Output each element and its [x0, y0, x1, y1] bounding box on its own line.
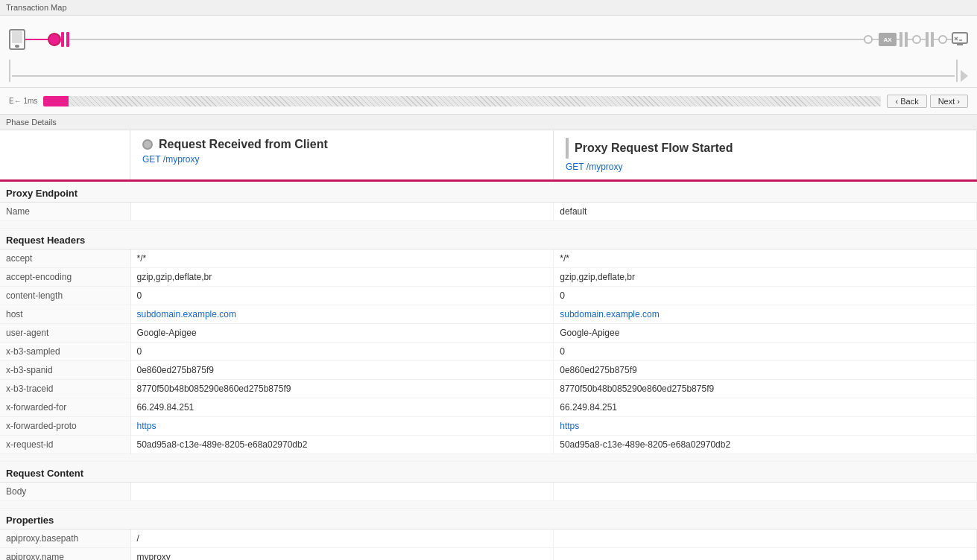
row-val1-name	[130, 203, 554, 221]
phase-col-1-label: Request Received from Client	[159, 138, 328, 151]
row-val1-accept: */*	[130, 249, 554, 268]
row-val1-x-b3-spanid: 0e860ed275b875f9	[130, 361, 554, 380]
top-flow: AX	[9, 23, 968, 56]
flow-diagram: AX	[0, 16, 977, 88]
row-val1-content-length: 0	[130, 287, 554, 305]
server-icon	[952, 31, 968, 48]
row-val2-accept: */*	[554, 249, 977, 268]
row-val2-accept-encoding: gzip,gzip,deflate,br	[554, 268, 977, 287]
timeline-bar[interactable]	[43, 96, 881, 106]
phase-col-1-path: /myproxy	[163, 154, 200, 165]
table-row: user-agent Google-Apigee Google-Apigee	[0, 324, 977, 343]
row-val1-accept-encoding: gzip,gzip,deflate,br	[130, 268, 554, 287]
section-proxy-endpoint: Proxy Endpoint	[0, 182, 977, 203]
table-row: host subdomain.example.com subdomain.exa…	[0, 305, 977, 324]
row-val2-x-forwarded-for: 66.249.84.251	[554, 398, 977, 417]
row-val2-x-b3-traceid: 8770f50b48b085290e860ed275b875f9	[554, 380, 977, 398]
row-val1-apiname: myproxy	[130, 548, 554, 561]
flow-line-1	[25, 39, 48, 40]
content-area[interactable]: Proxy Endpoint Name default Request Head…	[0, 182, 977, 560]
row-val2-user-agent: Google-Apigee	[554, 324, 977, 343]
flow-double-bar-pink	[61, 32, 69, 47]
row-val2-basepath	[554, 529, 977, 548]
section-properties-label: Properties	[0, 509, 977, 529]
table-row: x-forwarded-for 66.249.84.251 66.249.84.…	[0, 398, 977, 417]
phase-col-2-method[interactable]: GET /myproxy	[566, 162, 622, 172]
flow-line-2	[69, 39, 864, 40]
phase-col-1-method-text: GET	[142, 154, 160, 165]
phase-columns: Request Received from Client GET /myprox…	[0, 130, 977, 182]
row-val1-x-forwarded-for: 66.249.84.251	[130, 398, 554, 417]
row-label-name: Name	[0, 203, 130, 221]
section-request-headers-label: Request Headers	[0, 229, 977, 249]
app-container: Transaction Map AX	[0, 0, 977, 560]
nav-buttons: ‹ Back Next ›	[887, 95, 968, 108]
section-spacer-1	[0, 221, 977, 229]
transaction-map-header: Transaction Map	[0, 0, 977, 16]
phase-col-1-method[interactable]: GET /myproxy	[142, 154, 199, 165]
table-row: x-b3-spanid 0e860ed275b875f9 0e860ed275b…	[0, 361, 977, 380]
row-label-basepath: apiproxy.basepath	[0, 529, 130, 548]
timeline-pattern	[69, 96, 881, 106]
table-row: x-b3-traceid 8770f50b48b085290e860ed275b…	[0, 380, 977, 398]
row-label-x-b3-traceid: x-b3-traceid	[0, 380, 130, 398]
phase-col-1-title: Request Received from Client	[142, 138, 541, 151]
flow-node-small-3[interactable]	[938, 35, 947, 44]
row-val1-body	[130, 483, 554, 501]
row-val1-host: subdomain.example.com	[130, 305, 554, 324]
table-row: x-request-id 50ad95a8-c13e-489e-8205-e68…	[0, 436, 977, 454]
phase-details-header: Phase Details	[0, 115, 977, 130]
table-row: x-forwarded-proto https https	[0, 417, 977, 436]
section-request-content: Request Content	[0, 462, 977, 483]
flow-node-small-1[interactable]	[864, 35, 873, 44]
section-request-content-label: Request Content	[0, 462, 977, 483]
flow-double-bar-3	[926, 32, 934, 47]
row-val1-x-request-id: 50ad95a8-c13e-489e-8205-e68a02970db2	[130, 436, 554, 454]
phone-icon	[9, 29, 25, 50]
back-button[interactable]: ‹ Back	[887, 95, 926, 108]
section-request-headers: Request Headers	[0, 229, 977, 249]
row-label-x-b3-spanid: x-b3-spanid	[0, 361, 130, 380]
phase-col-2-path: /myproxy	[586, 162, 623, 172]
section-spacer-3	[0, 501, 977, 509]
row-label-x-forwarded-proto: x-forwarded-proto	[0, 417, 130, 436]
row-label-content-length: content-length	[0, 287, 130, 305]
table-row: Body	[0, 483, 977, 501]
transaction-map-title: Transaction Map	[6, 3, 67, 12]
row-label-x-b3-sampled: x-b3-sampled	[0, 343, 130, 361]
row-val1-x-b3-sampled: 0	[130, 343, 554, 361]
row-label-accept-encoding: accept-encoding	[0, 268, 130, 287]
table-row: Name default	[0, 203, 977, 221]
flow-double-bar-2	[899, 32, 908, 47]
row-label-apiname: apiproxy.name	[0, 548, 130, 561]
timeline-area: E← 1ms ‹ Back Next ›	[0, 88, 977, 115]
phase-col-empty	[0, 130, 130, 179]
flow-node-pink[interactable]	[48, 33, 61, 46]
phase-details-label: Phase Details	[6, 118, 57, 127]
section-properties: Properties	[0, 509, 977, 529]
ax-badge[interactable]: AX	[879, 33, 897, 46]
phase-col-2-label: Proxy Request Flow Started	[575, 141, 733, 155]
flow-node-small-2[interactable]	[912, 35, 921, 44]
bottom-flow	[9, 57, 968, 84]
timeline-label: E← 1ms	[9, 97, 37, 105]
row-label-host: host	[0, 305, 130, 324]
phase-dot-1	[142, 139, 153, 150]
table-row: apiproxy.name myproxy	[0, 548, 977, 561]
table-row: apiproxy.basepath /	[0, 529, 977, 548]
phase-vbar-2	[566, 138, 569, 159]
table-row: content-length 0 0	[0, 287, 977, 305]
row-label-user-agent: user-agent	[0, 324, 130, 343]
return-line	[12, 75, 955, 77]
data-table: Proxy Endpoint Name default Request Head…	[0, 182, 977, 560]
table-row: accept */* */*	[0, 249, 977, 268]
next-button[interactable]: Next ›	[930, 95, 968, 108]
phase-col-2: Proxy Request Flow Started GET /myproxy	[554, 130, 977, 179]
timeline-progress	[43, 96, 69, 106]
table-row: x-b3-sampled 0 0	[0, 343, 977, 361]
row-label-body: Body	[0, 483, 130, 501]
section-spacer-2	[0, 454, 977, 462]
section-proxy-endpoint-label: Proxy Endpoint	[0, 182, 977, 203]
row-val1-x-forwarded-proto: https	[130, 417, 554, 436]
row-label-x-forwarded-for: x-forwarded-for	[0, 398, 130, 417]
